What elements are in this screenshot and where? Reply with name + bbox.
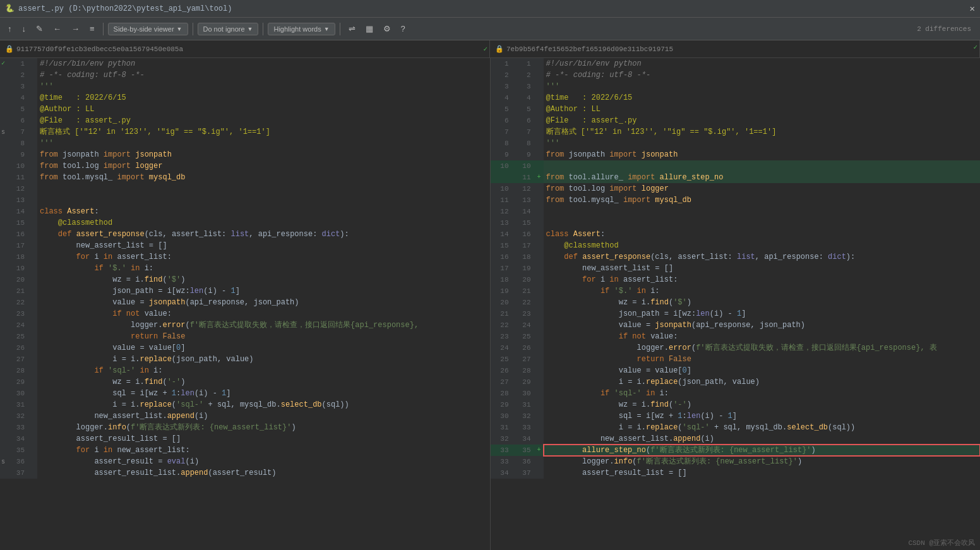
table-row: 20 wz = i.find('$') xyxy=(0,274,490,285)
sync-button[interactable]: ⇌ xyxy=(345,22,359,35)
table-row: 5 5 @Author : LL xyxy=(491,104,981,115)
table-row: 37 assert_result_list.append(assert_resu… xyxy=(0,467,490,479)
table-row: 34 37 assert_result_list = [] xyxy=(491,467,981,479)
table-row: 11 13 from tool.mysql_ import mysql_db xyxy=(491,194,981,206)
table-row: 6 6 @File : assert_.py xyxy=(491,115,981,126)
table-row: 29 wz = i.find('-') xyxy=(0,376,490,388)
title-bar: 🐍 assert_.py (D:\python2022\pytest_api_y… xyxy=(0,0,980,18)
table-row: 9 9 from jsonpath import jsonpath xyxy=(491,149,981,160)
table-row: 28 if 'sql-' in i: xyxy=(0,365,490,376)
viewer-dropdown[interactable]: Side-by-side viewer ▼ xyxy=(108,23,188,35)
table-row: 33 logger.info(f'断言表达式新列表: {new_assert_l… xyxy=(0,422,490,433)
table-row: 20 22 wz = i.find('$') xyxy=(491,297,981,308)
table-row: 27 i = i.replace(json_path, value) xyxy=(0,354,490,365)
table-row: 4 @time : 2022/6/15 xyxy=(0,92,490,104)
table-row: 8 8 ''' xyxy=(491,138,981,149)
separator-4 xyxy=(340,23,340,35)
help-button[interactable]: ? xyxy=(397,22,409,35)
table-row: 4 4 @time : 2022/6/15 xyxy=(491,92,981,104)
table-row: 13 15 xyxy=(491,217,981,229)
table-row: 30 32 sql = i[wz + 1:len(i) - 1] xyxy=(491,410,981,422)
table-row: s 7 断言格式 ['"12' in '123'', '"ig" == "$.i… xyxy=(0,126,490,138)
table-row: 23 if not value: xyxy=(0,308,490,320)
table-row: 34 assert_result_list = [] xyxy=(0,433,490,445)
right-pane[interactable]: 1 1 #!/usr/bin/env python 2 2 # -*- codi… xyxy=(491,58,981,550)
highlight-dropdown-arrow: ▼ xyxy=(324,26,330,32)
table-row: 9 from jsonpath import jsonpath xyxy=(0,149,490,160)
table-row: 10 12 from tool.log import logger xyxy=(491,183,981,194)
separator-1 xyxy=(103,23,104,35)
table-row: 16 def assert_response(cls, assert_list:… xyxy=(0,229,490,240)
left-pane[interactable]: ✓ 1 #!/usr/bin/env python 2 # -*- coding… xyxy=(0,58,491,550)
table-row: 18 20 for i in assert_list: xyxy=(491,274,981,285)
table-row: 24 logger.error(f'断言表达式提取失败，请检查，接口返回结果{a… xyxy=(0,320,490,331)
close-icon[interactable]: ✕ xyxy=(970,3,975,14)
table-row: 3 3 ''' xyxy=(491,81,981,92)
table-row: 10 from tool.log import logger xyxy=(0,160,490,172)
lock-icon-right: 🔒 xyxy=(495,45,504,53)
diff-header: 🔒 9117757d0f9fe1cb3edbecc5e0a15679450e08… xyxy=(0,40,980,58)
table-row: 3 ''' xyxy=(0,81,490,92)
table-row: 31 i = i.replace('sql-' + sql, mysql_db.… xyxy=(0,399,490,410)
table-row: 33 35 + allure_step_no(f'断言表达式新列表: {new_… xyxy=(491,445,981,456)
table-row: 27 29 i = i.replace(json_path, value) xyxy=(491,376,981,388)
separator-2 xyxy=(193,23,193,35)
viewer-dropdown-arrow: ▼ xyxy=(177,26,182,32)
ignore-dropdown[interactable]: Do not ignore ▼ xyxy=(198,23,259,35)
table-row: 32 34 new_assert_list.append(i) xyxy=(491,433,981,445)
right-hash: 7eb9b56f4fe15652bef165196d09e311bc919715 xyxy=(506,45,673,53)
down-button[interactable]: ↓ xyxy=(18,22,30,35)
table-row: 26 value = value[0] xyxy=(0,342,490,354)
collapse-button[interactable]: ▦ xyxy=(362,22,377,35)
table-row: 16 18 def assert_response(cls, assert_li… xyxy=(491,251,981,263)
diff-container: ✓ 1 #!/usr/bin/env python 2 # -*- coding… xyxy=(0,58,980,550)
table-row: 25 return False xyxy=(0,331,490,342)
table-row: 29 31 wz = i.find('-') xyxy=(491,399,981,410)
table-row: 28 30 if 'sql-' in i: xyxy=(491,388,981,399)
table-row: 14 class Assert: xyxy=(0,206,490,217)
table-row: 15 @classmethod xyxy=(0,217,490,229)
table-row: 10 10 xyxy=(491,160,981,172)
table-row: 21 23 json_path = i[wz:len(i) - 1] xyxy=(491,308,981,320)
table-row: s 36 assert_result = eval(i) xyxy=(0,456,490,467)
table-row: 23 25 if not value: xyxy=(491,331,981,342)
separator-3 xyxy=(263,23,263,35)
table-row: 17 new_assert_list = [] xyxy=(0,240,490,251)
watermark: CSDN @亚索不会吹风 xyxy=(908,538,975,547)
table-row: 35 for i in new_assert_list: xyxy=(0,445,490,456)
table-row: 5 @Author : LL xyxy=(0,104,490,115)
table-row: 19 21 if '$.' in i: xyxy=(491,285,981,297)
table-row: 21 json_path = i[wz:len(i) - 1] xyxy=(0,285,490,297)
forward-button[interactable]: → xyxy=(68,22,83,35)
title-icon: 🐍 xyxy=(5,4,15,13)
settings-button[interactable]: ⚙ xyxy=(379,22,395,35)
table-row: 15 17 @classmethod xyxy=(491,240,981,251)
table-row: 33 36 logger.info(f'断言表达式新列表: {new_asser… xyxy=(491,456,981,467)
table-row: 22 24 value = jsonpath(api_response, jso… xyxy=(491,320,981,331)
table-row: 24 26 logger.error(f'断言表达式提取失败，请检查，接口返回结… xyxy=(491,342,981,354)
table-row: 26 28 value = value[0] xyxy=(491,365,981,376)
table-row: 2 2 # -*- coding: utf-8 -*- xyxy=(491,69,981,81)
table-row: 19 if '$.' in i: xyxy=(0,263,490,274)
table-row: 25 27 return False xyxy=(491,354,981,365)
left-code-table: ✓ 1 #!/usr/bin/env python 2 # -*- coding… xyxy=(0,58,490,479)
table-row: 14 16 class Assert: xyxy=(491,229,981,240)
table-row: 32 new_assert_list.append(i) xyxy=(0,410,490,422)
table-row: 12 xyxy=(0,183,490,194)
ignore-dropdown-arrow: ▼ xyxy=(248,26,253,32)
table-row: 2 # -*- coding: utf-8 -*- xyxy=(0,69,490,81)
up-button[interactable]: ↑ xyxy=(4,22,16,35)
right-code-table: 1 1 #!/usr/bin/env python 2 2 # -*- codi… xyxy=(491,58,981,479)
table-row: 31 33 i = i.replace('sql-' + sql, mysql_… xyxy=(491,422,981,433)
differences-count: 2 differences xyxy=(917,25,976,33)
back-button[interactable]: ← xyxy=(49,22,65,35)
table-row: 17 19 new_assert_list = [] xyxy=(491,263,981,274)
table-row: 30 sql = i[wz + 1:len(i) - 1] xyxy=(0,388,490,399)
highlight-dropdown[interactable]: Highlight words ▼ xyxy=(268,23,335,35)
table-row: 1 1 #!/usr/bin/env python xyxy=(491,58,981,69)
edit-button[interactable]: ✎ xyxy=(32,22,47,35)
lock-icon-left: 🔒 xyxy=(5,45,14,53)
table-row: 12 14 xyxy=(491,206,981,217)
menu-button[interactable]: ≡ xyxy=(86,22,99,35)
table-row: 11 from tool.mysql_ import mysql_db xyxy=(0,172,490,183)
